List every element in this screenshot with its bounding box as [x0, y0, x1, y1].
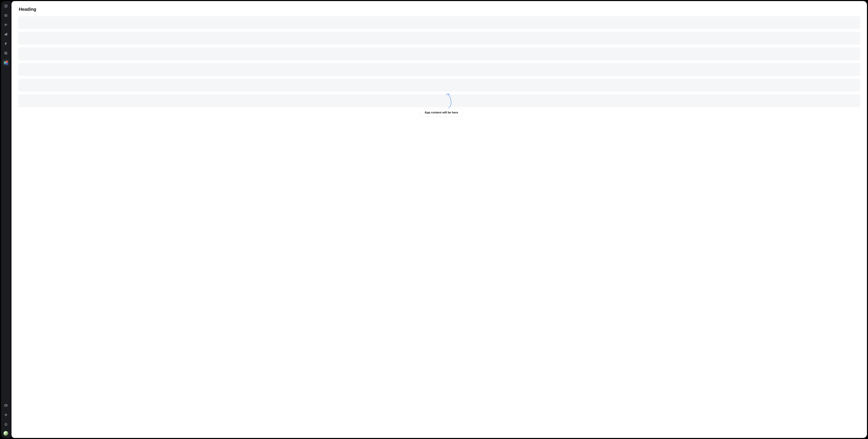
placeholder-row [18, 16, 860, 29]
ticket-icon [4, 14, 8, 18]
svg-rect-2 [5, 34, 5, 35]
settings-icon [4, 413, 8, 417]
sidebar-item-chart[interactable] [3, 32, 9, 37]
bolt-icon [4, 42, 8, 46]
apps-icon [4, 51, 8, 55]
svg-rect-4 [7, 33, 7, 35]
sidebar-item-checkbox[interactable] [3, 3, 9, 9]
sidebar-item-ticket[interactable] [3, 13, 9, 19]
svg-rect-8 [5, 405, 7, 406]
main-panel: Heading App content will be here [11, 1, 867, 438]
callout-pill: App content will be here [420, 109, 463, 117]
sidebar [1, 1, 11, 438]
page-heading: Heading [18, 7, 860, 12]
placeholder-rows [18, 16, 860, 107]
contacts-icon [4, 23, 8, 27]
svg-point-9 [5, 414, 6, 415]
svg-rect-3 [6, 34, 6, 35]
sidebar-item-contacts[interactable] [3, 22, 9, 28]
placeholder-row [18, 32, 860, 45]
bell-icon [4, 422, 8, 427]
svg-rect-5 [5, 52, 5, 53]
sidebar-item-bolt[interactable] [3, 41, 9, 47]
sidebar-item-notifications[interactable] [3, 421, 9, 428]
checkbox-icon [4, 4, 8, 8]
avatar[interactable] [3, 431, 8, 436]
app-frame: Heading App content will be here [0, 0, 868, 439]
sidebar-item-apps[interactable] [3, 50, 9, 56]
placeholder-row [18, 63, 860, 76]
sidebar-item-settings[interactable] [3, 412, 9, 418]
svg-rect-7 [6, 53, 7, 54]
svg-point-1 [5, 24, 6, 25]
chart-icon [4, 32, 8, 37]
app-logo-icon [4, 61, 8, 65]
placeholder-row [18, 79, 860, 92]
svg-rect-0 [5, 5, 7, 7]
callout-arrow-icon [445, 93, 453, 109]
svg-rect-6 [5, 53, 5, 54]
placeholder-row [18, 48, 860, 60]
sidebar-item-current-app[interactable] [3, 60, 9, 66]
sidebar-item-billing[interactable] [3, 403, 9, 409]
sidebar-bottom-group [3, 403, 9, 436]
sidebar-top-group [3, 3, 9, 66]
card-icon [4, 404, 8, 408]
callout-wrapper: App content will be here [420, 98, 463, 117]
